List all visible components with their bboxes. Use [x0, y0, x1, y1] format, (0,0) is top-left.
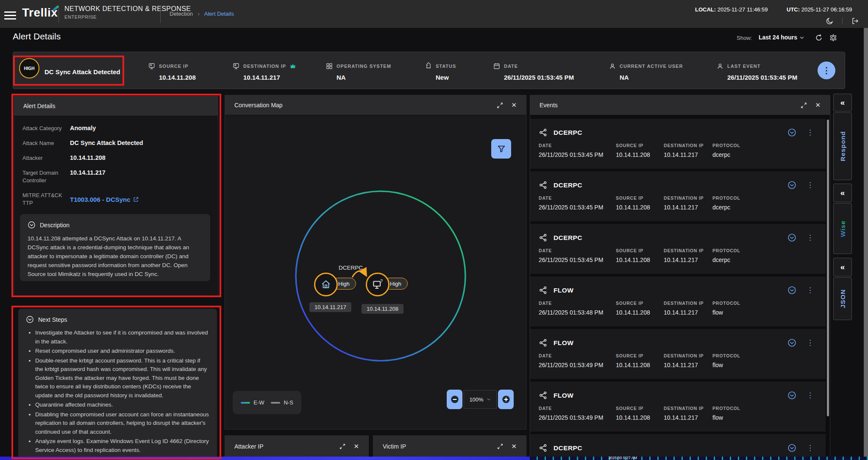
event-card[interactable]: DCERPC ⋮ DATE26/11/2025 01:53:45 PM SOUR… — [530, 119, 826, 169]
event-date: 26/11/2025 01:53:45 PM — [539, 151, 616, 158]
node-ip-label: 10.14.11.217 — [309, 302, 351, 312]
events-scrollbar[interactable] — [827, 120, 829, 416]
events-list: DCERPC ⋮ DATE26/11/2025 01:53:45 PM SOUR… — [530, 115, 830, 460]
attack-name-value: DC Sync Attack Detected — [70, 139, 143, 147]
expand-panel-icon[interactable] — [339, 443, 346, 450]
user-icon — [716, 62, 724, 70]
expand-wise-panel-button[interactable]: « — [833, 184, 852, 202]
column-header-protocol: PROTOCOL — [712, 248, 740, 253]
expand-event-icon[interactable] — [787, 338, 796, 347]
expand-event-icon[interactable] — [787, 286, 796, 295]
expand-respond-panel-button[interactable]: « — [833, 94, 852, 112]
expand-event-icon[interactable] — [787, 233, 796, 242]
tab-json[interactable]: JSON — [833, 277, 852, 320]
tab-respond[interactable]: Respond — [833, 112, 852, 180]
expand-json-panel-button[interactable]: « — [833, 258, 852, 276]
zoom-out-button[interactable] — [447, 390, 462, 409]
event-date: 26/11/2025 01:53:45 PM — [539, 256, 616, 263]
tag-icon — [425, 62, 432, 70]
next-step-item: Analyze event logs. Examine Windows Even… — [35, 437, 209, 454]
summary-field-status: STATUS New — [425, 62, 456, 81]
breadcrumb-parent[interactable]: Detection — [170, 11, 193, 17]
close-panel-icon[interactable]: ✕ — [511, 101, 517, 109]
expand-event-icon[interactable] — [787, 391, 796, 400]
expand-panel-icon[interactable] — [497, 443, 504, 450]
panel-title: Events — [540, 102, 800, 109]
expand-event-icon[interactable] — [787, 443, 796, 452]
event-source-ip: 10.14.11.208 — [616, 309, 664, 316]
event-protocol: dcerpc — [712, 204, 740, 211]
expand-panel-icon[interactable] — [800, 102, 807, 109]
event-menu-icon[interactable]: ⋮ — [807, 286, 814, 295]
settings-gear-icon[interactable] — [829, 33, 837, 42]
dark-mode-icon[interactable] — [826, 17, 834, 25]
column-header-destination-ip: DESTINATION IP — [664, 143, 712, 148]
mitre-ttp-link[interactable]: T1003.006 - DCSync — [70, 196, 131, 203]
event-card[interactable]: DCERPC ⋮ DATE SOURCE IP DESTINATION IP P… — [530, 434, 826, 460]
close-panel-icon[interactable]: ✕ — [353, 443, 359, 450]
event-type: DCERPC — [554, 444, 787, 452]
event-card[interactable]: DCERPC ⋮ DATE26/11/2025 01:53:45 PM SOUR… — [530, 224, 826, 274]
host-icon — [148, 62, 156, 70]
event-type: DCERPC — [554, 234, 787, 242]
close-panel-icon[interactable]: ✕ — [511, 443, 517, 450]
current-user-value: NA — [620, 74, 683, 81]
app-screen: Trellix NETWORK DETECTION & RESPONSE ENT… — [0, 0, 868, 460]
page-scrollbar[interactable] — [864, 28, 868, 460]
event-source-ip: 10.14.11.208 — [616, 362, 664, 368]
event-menu-icon[interactable]: ⋮ — [807, 181, 814, 190]
zoom-in-button[interactable] — [498, 390, 514, 409]
utc-time: UTC: 2025-11-27 06:16:59 — [787, 6, 852, 13]
chevron-down-icon — [486, 397, 491, 402]
event-card[interactable]: DCERPC ⋮ DATE26/11/2025 01:53:45 PM SOUR… — [530, 171, 826, 221]
breadcrumb-current: Alert Details — [204, 11, 234, 17]
attacker-host-node[interactable] — [366, 273, 389, 296]
column-header-source-ip: SOURCE IP — [616, 248, 664, 253]
column-header-protocol: PROTOCOL — [712, 195, 740, 201]
alert-details-panel: Alert Details Attack CategoryAnomaly Att… — [14, 96, 218, 296]
logout-icon[interactable] — [851, 17, 859, 25]
divider — [58, 5, 59, 23]
column-header-protocol: PROTOCOL — [712, 353, 740, 358]
conversation-map-panel: Conversation Map ✕ DCERPC High 10.14.11.… — [225, 95, 526, 429]
timeline-time-label: 2025:00 5:27 AM — [608, 457, 637, 460]
hamburger-menu-icon[interactable] — [4, 9, 16, 19]
time-range-dropdown[interactable]: Last 24 hours — [759, 34, 805, 41]
expand-event-icon[interactable] — [787, 181, 796, 190]
event-source-ip: 10.14.11.208 — [616, 414, 664, 421]
collapse-section-icon[interactable] — [28, 221, 36, 229]
expand-panel-icon[interactable] — [496, 102, 504, 109]
column-header-source-ip: SOURCE IP — [616, 143, 664, 148]
expand-event-icon[interactable] — [787, 128, 796, 137]
domain-controller-node[interactable] — [314, 273, 338, 296]
conversation-graph — [225, 115, 526, 429]
divider — [160, 5, 161, 23]
attack-category-value: Anomaly — [70, 125, 96, 132]
event-type: DCERPC — [554, 181, 787, 189]
timeline-bar — [0, 457, 530, 460]
event-source-ip: 10.14.11.208 — [616, 151, 664, 158]
event-menu-icon[interactable]: ⋮ — [807, 443, 814, 452]
description-title: Description — [40, 222, 70, 229]
event-menu-icon[interactable]: ⋮ — [807, 233, 814, 242]
event-card[interactable]: FLOW ⋮ DATE26/11/2025 01:53:48 PM SOURCE… — [530, 276, 826, 326]
event-menu-icon[interactable]: ⋮ — [807, 338, 814, 347]
attacker-value: 10.14.11.208 — [70, 154, 106, 162]
local-time: LOCAL: 2025-11-27 11:46:59 — [695, 6, 768, 13]
refresh-icon[interactable] — [815, 33, 823, 42]
event-menu-icon[interactable]: ⋮ — [807, 391, 814, 400]
event-card[interactable]: FLOW ⋮ DATE26/11/2025 01:53:49 PM SOURCE… — [530, 329, 826, 379]
share-network-icon — [539, 391, 548, 400]
tab-wise[interactable]: Wise — [833, 203, 852, 254]
share-network-icon — [539, 286, 548, 295]
zoom-level-dropdown[interactable]: 100% — [464, 390, 497, 409]
alert-actions-menu-button[interactable]: ⋮ — [818, 61, 835, 79]
status-value: New — [436, 74, 456, 81]
next-step-item: Double-reset the krbtgt account password… — [35, 357, 209, 400]
conversation-map-canvas[interactable]: DCERPC High 10.14.11.217 High 10.14.11.2… — [225, 115, 526, 429]
event-menu-icon[interactable]: ⋮ — [807, 128, 814, 137]
collapse-section-icon[interactable] — [26, 315, 34, 323]
close-panel-icon[interactable]: ✕ — [815, 101, 821, 109]
event-card[interactable]: FLOW ⋮ DATE26/11/2025 01:53:49 PM SOURCE… — [530, 382, 826, 432]
summary-field-source-ip: SOURCE IP 10.14.11.208 — [148, 62, 196, 81]
